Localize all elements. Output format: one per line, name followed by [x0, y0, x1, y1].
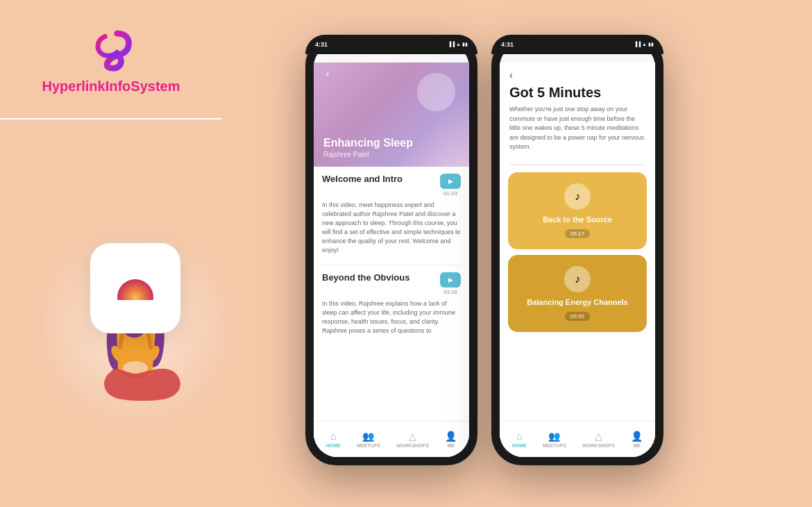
- p1-back-btn[interactable]: ‹: [321, 67, 335, 81]
- p2-music-icon-2: ♪: [564, 266, 591, 292]
- p2-card2-title: Balancing Energy Channels: [527, 298, 627, 306]
- p1-nav-me[interactable]: 👤 ME: [445, 431, 457, 448]
- p1-home-label: HOME: [326, 443, 341, 448]
- p1-video-icon-2: ▶: [448, 276, 453, 283]
- p1-badge-2: ▶: [440, 272, 461, 288]
- p2-me-label: ME: [634, 443, 641, 448]
- p1-time: 4:31: [315, 41, 328, 48]
- p1-lesson-2[interactable]: Beyond the Obvious ▶ 03:16 In this video…: [322, 272, 461, 335]
- p1-me-label: ME: [448, 443, 455, 448]
- logo-hyperlink: Hyperlink: [42, 78, 105, 94]
- phone-2-container: 4:31 ▐▐ ▲ ▮▮ ‹ Got 5 Minutes Whether you…: [491, 35, 663, 465]
- p2-card-2[interactable]: ♪ Balancing Energy Channels 05:55: [508, 255, 647, 332]
- logo-area: HyperlinkInfoSystem: [0, 0, 222, 118]
- p2-workshops-label: WORKSHOPS: [582, 443, 615, 448]
- p2-status-icons: ▐▐ ▲ ▮▮: [634, 42, 654, 47]
- p2-card1-title: Back to the Source: [543, 215, 612, 224]
- p2-nav-me[interactable]: 👤 ME: [631, 431, 643, 448]
- p2-nav-meetups[interactable]: 👥 MEETUPS: [543, 431, 566, 448]
- p1-notch-cutout: [364, 35, 419, 47]
- p1-moon: [417, 73, 455, 111]
- music-note-icon-1: ♪: [575, 190, 580, 203]
- p2-bottom-nav: ⌂ HOME 👥 MEETUPS △ WORKSHOPS 👤 ME: [500, 421, 655, 457]
- phones-wrapper: 4:31 ▐▐ ▲ ▮▮ ‹ Enhancing Sleep Rajshree …: [305, 35, 663, 465]
- p2-meetups-label: MEETUPS: [543, 443, 566, 448]
- p2-home-icon: ⌂: [516, 431, 522, 442]
- p1-meetups-icon: 👥: [362, 431, 374, 442]
- p2-content: ‹ Got 5 Minutes Whether you're just one …: [500, 63, 655, 457]
- p2-home-label: HOME: [512, 443, 527, 448]
- p1-nav-workshops[interactable]: △ WORKSHOPS: [396, 431, 429, 448]
- p2-workshops-icon: △: [595, 431, 602, 442]
- p2-description: Whether you're just one stop away on you…: [509, 105, 645, 152]
- svg-rect-2: [104, 300, 167, 319]
- p1-nav-home[interactable]: ⌂ HOME: [326, 431, 341, 448]
- logo-system: System: [130, 78, 180, 94]
- p1-nav-meetups[interactable]: 👥 MEETUPS: [357, 431, 380, 448]
- p1-me-icon: 👤: [445, 431, 457, 442]
- p1-home-icon: ⌂: [330, 431, 336, 442]
- p2-notch-cutout: [550, 35, 605, 47]
- illustration-area: [21, 125, 250, 458]
- p1-lesson2-title: Beyond the Obvious: [322, 272, 409, 283]
- p2-separator: [509, 165, 645, 165]
- p2-card-1[interactable]: ♪ Back to the Source 05:17: [508, 172, 647, 249]
- p1-badge-1: ▶: [440, 174, 461, 189]
- p1-desc-2: In this video, Rajshree explains how a l…: [322, 299, 461, 335]
- p1-bottom-nav: ⌂ HOME 👥 MEETUPS △ WORKSHOPS 👤 ME: [314, 421, 469, 457]
- p1-lesson1-title: Welcome and Intro: [322, 174, 403, 184]
- p1-lesson-1[interactable]: Welcome and Intro ▶ 01:33 In this video,…: [322, 174, 461, 255]
- p1-meetups-label: MEETUPS: [357, 443, 380, 448]
- music-note-icon-2: ♪: [575, 273, 580, 285]
- p2-title: Got 5 Minutes: [509, 85, 645, 101]
- p1-screen: ‹ Enhancing Sleep Rajshree Patel Welcome…: [314, 43, 469, 457]
- p2-nav-workshops[interactable]: △ WORKSHOPS: [582, 431, 615, 448]
- p2-card2-duration: 05:55: [565, 312, 590, 321]
- p1-hero-title: Enhancing Sleep: [323, 136, 459, 149]
- logo-icon: [87, 24, 135, 73]
- p2-card1-duration: 05:17: [565, 229, 590, 238]
- p1-desc-1: In this video, meet happiness expert and…: [322, 201, 461, 255]
- p1-time-1: 01:33: [443, 190, 457, 197]
- logo-divider: [0, 118, 222, 119]
- p2-header: ‹ Got 5 Minutes Whether you're just one …: [500, 63, 655, 158]
- p2-time: 4:31: [501, 41, 514, 48]
- logo-info: Info: [105, 78, 131, 94]
- p1-status-icons: ▐▐ ▲ ▮▮: [448, 42, 468, 47]
- p2-meetups-icon: 👥: [548, 431, 560, 442]
- p2-nav-home[interactable]: ⌂ HOME: [512, 431, 527, 448]
- phone-1-container: 4:31 ▐▐ ▲ ▮▮ ‹ Enhancing Sleep Rajshree …: [305, 35, 477, 465]
- p1-time-2: 03:16: [443, 289, 457, 295]
- p1-workshops-label: WORKSHOPS: [396, 443, 429, 448]
- p1-notch-bar: 4:31 ▐▐ ▲ ▮▮: [305, 35, 477, 54]
- p1-workshops-icon: △: [409, 431, 416, 442]
- sunset-icon: [104, 257, 167, 319]
- p1-hero: ‹ Enhancing Sleep Rajshree Patel: [314, 63, 469, 167]
- logo-text: HyperlinkInfoSystem: [42, 78, 180, 94]
- p1-hero-sub: Rajshree Patel: [323, 151, 459, 158]
- p1-video-icon-1: ▶: [448, 178, 453, 185]
- p1-content: ‹ Enhancing Sleep Rajshree Patel Welcome…: [314, 63, 469, 457]
- p2-me-icon: 👤: [631, 431, 643, 442]
- p2-notch-bar: 4:31 ▐▐ ▲ ▮▮: [491, 35, 663, 54]
- p2-music-icon-1: ♪: [564, 183, 591, 210]
- app-card: [90, 243, 180, 333]
- p2-screen: ‹ Got 5 Minutes Whether you're just one …: [500, 43, 655, 457]
- p2-back-btn[interactable]: ‹: [509, 69, 645, 81]
- p1-lesson-list: Welcome and Intro ▶ 01:33 In this video,…: [314, 167, 469, 352]
- p1-sep: [322, 265, 461, 265]
